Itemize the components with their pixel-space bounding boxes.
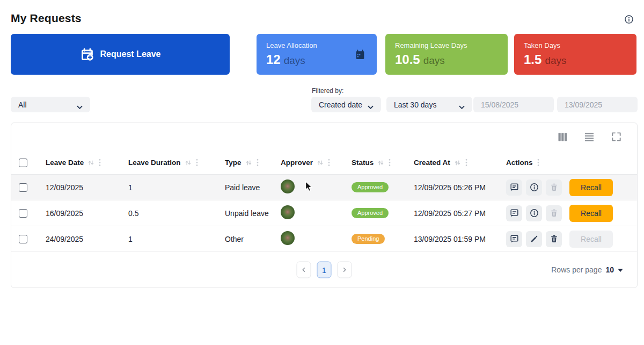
card-value: 1.5	[524, 52, 541, 67]
table-row[interactable]: 24/09/2025 1 Other Pending 13/09/2025 01…	[11, 226, 637, 252]
actions-cell: Recall	[495, 231, 637, 248]
column-header-actions: Actions	[495, 159, 637, 167]
columns-icon[interactable]	[557, 131, 568, 143]
column-menu-dots-icon[interactable]	[327, 159, 331, 167]
delete-action-button[interactable]	[546, 231, 562, 247]
approver-cell	[270, 205, 341, 221]
sort-icon[interactable]	[245, 160, 252, 166]
date-from-input[interactable]	[473, 97, 554, 112]
sort-icon[interactable]	[87, 160, 94, 166]
rows-per-page-label: Rows per page	[551, 265, 602, 274]
taken-days-card: Taken Days 1.5days	[514, 34, 636, 75]
row-checkbox[interactable]	[19, 209, 27, 218]
card-unit: days	[545, 55, 566, 66]
pagination: 1 Rows per page 10	[11, 252, 637, 288]
sort-icon[interactable]	[454, 160, 461, 166]
card-unit: days	[423, 55, 445, 66]
comment-icon	[509, 208, 519, 218]
my-requests-page: My Requests Request Leave Leave Allocati…	[0, 0, 644, 345]
created-at-cell: 13/09/2025 01:59 PM	[403, 235, 495, 243]
delete-action-button[interactable]	[546, 205, 562, 221]
row-density-icon[interactable]	[583, 131, 595, 143]
approver-avatar[interactable]	[281, 205, 295, 219]
next-page-button[interactable]	[338, 262, 352, 278]
requests-table: Leave Date Leave Duration Type Approver	[11, 123, 638, 288]
column-menu-dots-icon[interactable]	[537, 159, 540, 167]
calendar-plus-icon	[80, 47, 94, 62]
request-leave-button[interactable]: Request Leave	[11, 34, 230, 75]
type-cell: Other	[214, 235, 270, 243]
approver-avatar[interactable]	[281, 179, 295, 193]
actions-cell: Recall	[495, 205, 637, 222]
filter-field-select[interactable]: Created date	[311, 97, 381, 112]
select-all-checkbox[interactable]	[19, 159, 27, 167]
trash-icon	[550, 183, 559, 192]
column-menu-dots-icon[interactable]	[256, 159, 259, 167]
comment-action-button[interactable]	[506, 205, 522, 221]
created-at-cell: 12/09/2025 05:27 PM	[403, 209, 495, 218]
remaining-leave-days-card: Remaining Leave Days 10.5days	[385, 34, 508, 75]
created-at-cell: 12/09/2025 05:26 PM	[403, 183, 495, 192]
type-filter-select[interactable]: All	[11, 97, 90, 112]
column-menu-dots-icon[interactable]	[98, 159, 101, 167]
sort-icon[interactable]	[185, 160, 192, 166]
table-body: 12/09/2025 1 Paid leave Approved 12/09/2…	[11, 175, 637, 252]
info-action-button[interactable]	[526, 205, 542, 221]
prev-page-button[interactable]	[297, 262, 311, 278]
chevron-down-icon	[368, 103, 374, 107]
leave-allocation-card: Leave Allocation 12days	[257, 34, 377, 75]
comment-action-button[interactable]	[506, 231, 522, 247]
comment-action-button[interactable]	[506, 179, 522, 196]
approver-cell	[270, 179, 341, 195]
calendar-icon	[354, 49, 366, 63]
filter-range-value: Last 30 days	[394, 100, 436, 109]
column-menu-dots-icon[interactable]	[388, 159, 391, 167]
info-icon	[529, 182, 539, 192]
type-cell: Paid leave	[214, 183, 270, 192]
row-checkbox[interactable]	[19, 183, 27, 192]
column-menu-dots-icon[interactable]	[465, 159, 468, 167]
fullscreen-icon[interactable]	[610, 131, 622, 143]
edit-action-button[interactable]	[526, 231, 542, 247]
page-number-button[interactable]: 1	[317, 262, 332, 278]
column-menu-dots-icon[interactable]	[195, 159, 199, 167]
sort-icon[interactable]	[317, 160, 324, 166]
sort-icon[interactable]	[377, 160, 384, 166]
rows-per-page-select[interactable]: Rows per page 10	[551, 265, 623, 274]
request-leave-label: Request Leave	[100, 49, 161, 59]
type-cell: Unpaid leave	[214, 209, 270, 218]
table-header-row: Leave Date Leave Duration Type Approver	[11, 151, 637, 175]
chevron-down-icon	[77, 103, 83, 107]
column-header-leave-duration: Leave Duration	[118, 159, 214, 167]
trash-icon	[550, 209, 559, 218]
recall-button[interactable]: Recall	[569, 179, 613, 196]
table-row[interactable]: 16/09/2025 0.5 Unpaid leave Approved 12/…	[11, 200, 637, 226]
filter-range-select[interactable]: Last 30 days	[386, 97, 472, 112]
type-filter-value: All	[18, 100, 27, 109]
leave-date-cell: 24/09/2025	[35, 235, 118, 243]
status-cell: Pending	[341, 234, 403, 244]
delete-action-button[interactable]	[546, 179, 562, 196]
status-badge: Approved	[352, 182, 389, 192]
card-value: 10.5	[395, 52, 420, 67]
info-icon	[529, 208, 539, 218]
recall-button[interactable]: Recall	[569, 205, 613, 222]
info-action-button[interactable]	[526, 179, 542, 196]
status-badge: Pending	[352, 234, 385, 244]
row-checkbox[interactable]	[19, 235, 27, 243]
column-header-type: Type	[214, 159, 270, 167]
recall-button[interactable]: Recall	[569, 231, 613, 248]
card-label: Remaining Leave Days	[395, 41, 498, 49]
edit-pencil-icon	[530, 234, 539, 243]
page-info-icon[interactable]	[624, 14, 634, 25]
table-toolbar	[11, 123, 637, 151]
filter-field-value: Created date	[319, 100, 362, 109]
column-header-created-at: Created At	[403, 159, 495, 167]
table-row[interactable]: 12/09/2025 1 Paid leave Approved 12/09/2…	[11, 175, 637, 200]
approver-avatar[interactable]	[281, 231, 295, 245]
comment-icon	[509, 182, 519, 192]
date-to-input[interactable]	[557, 97, 638, 112]
leave-date-cell: 12/09/2025	[35, 183, 118, 192]
column-header-approver: Approver	[270, 159, 341, 167]
actions-cell: Recall	[495, 179, 637, 196]
